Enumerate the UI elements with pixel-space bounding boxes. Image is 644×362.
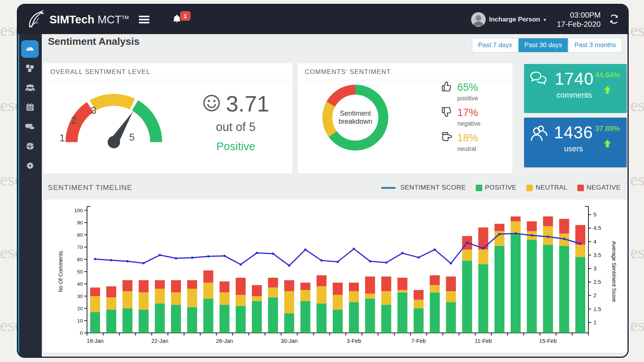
cubes-icon <box>25 63 35 74</box>
thumb-up-icon <box>440 80 453 95</box>
svg-text:100: 100 <box>74 208 83 213</box>
svg-text:30: 30 <box>77 293 83 299</box>
watermark-text: ese <box>630 315 644 335</box>
sidebar <box>18 34 42 358</box>
page-title: Sentiment Analysis <box>48 36 140 48</box>
timeline-chart: 010203040506070809010018-Jan22-Jan26-Jan… <box>47 203 624 350</box>
svg-text:2.5: 2.5 <box>593 279 601 285</box>
gauge-needle <box>105 108 138 151</box>
arrow-up-icon <box>603 85 611 96</box>
sidebar-item-modules[interactable] <box>21 60 39 77</box>
svg-text:4.5: 4.5 <box>593 225 601 231</box>
chevron-down-icon: ▾ <box>544 17 546 23</box>
app-window: MCT SIMTech MCTTM 1 <box>17 4 629 358</box>
comments-legend: 65% positive <box>440 80 481 156</box>
gauge-label-1: 1 <box>59 132 65 144</box>
svg-text:90: 90 <box>77 220 83 226</box>
sidebar-item-calendar[interactable] <box>21 99 39 116</box>
negative-label: negative <box>457 120 481 127</box>
svg-text:10: 10 <box>77 318 83 324</box>
legend-positive-item: POSITIVE <box>476 184 516 192</box>
legend-negative: 17% negative <box>440 105 481 127</box>
svg-text:MCT: MCT <box>33 22 38 24</box>
comments-delta: 44.64% <box>595 71 620 79</box>
sidebar-item-web[interactable] <box>21 138 39 156</box>
globe-icon <box>25 141 35 152</box>
dashboard-gauge-icon <box>25 44 35 54</box>
comments-sentiment-card: COMMENTS' SENTIMENT Sentiment breakdown <box>298 63 513 174</box>
svg-text:No Of Comments: No Of Comments <box>58 251 64 292</box>
arrow-up-icon <box>603 139 611 149</box>
positive-swatch <box>476 185 482 191</box>
thumb-side-icon <box>440 131 453 145</box>
svg-text:4: 4 <box>593 239 596 245</box>
gauge-label-2: 2 <box>71 115 76 126</box>
watermark-text: ese <box>630 242 644 262</box>
users-group-icon <box>25 83 35 93</box>
brand-title: SIMTech MCTTM <box>49 13 129 26</box>
brand-tm: TM <box>122 15 129 20</box>
menu-button[interactable] <box>139 16 150 23</box>
svg-text:5: 5 <box>593 211 596 218</box>
users-stat-card: 1436 users 37.89% <box>524 118 627 167</box>
sidebar-item-chat[interactable] <box>21 118 39 136</box>
refresh-icon <box>608 20 620 26</box>
overall-score-verdict: Positive <box>186 140 286 153</box>
users-delta: 37.89% <box>595 124 620 133</box>
comments-label: comments <box>555 91 594 100</box>
svg-text:7-Feb: 7-Feb <box>411 338 426 344</box>
calendar-icon <box>25 102 35 113</box>
timeline-header: SENTIMENT TIMELINE SENTIMENT SCORE POSIT… <box>48 183 621 192</box>
svg-text:1: 1 <box>593 319 596 326</box>
timeline-chart-card: 010203040506070809010018-Jan22-Jan26-Jan… <box>43 200 628 353</box>
range-past-30-days[interactable]: Past 30 days <box>518 38 568 52</box>
positive-pct: 65% <box>457 82 478 93</box>
range-past-7-days[interactable]: Past 7 days <box>472 38 518 52</box>
watermark-text: ese <box>630 169 644 190</box>
donut-center-line1: Sentiment <box>340 110 371 118</box>
donut-center-label: Sentiment breakdown <box>332 95 378 141</box>
score-line-swatch <box>381 187 396 189</box>
negative-pct: 17% <box>457 107 478 119</box>
negative-legend-label: NEGATIVE <box>586 184 621 192</box>
notifications-button[interactable]: 1 <box>172 13 182 26</box>
overall-score-outof: out of 5 <box>186 120 286 134</box>
comments-count: 1740 <box>555 69 594 88</box>
svg-text:1.5: 1.5 <box>593 306 601 312</box>
clock: 03:00PM 17-Feb-2020 <box>557 10 601 29</box>
range-past-3-months[interactable]: Past 3 months <box>568 38 622 52</box>
sidebar-item-settings[interactable] <box>21 157 39 175</box>
overall-score-block: 3.71 out of 5 Positive <box>186 91 286 153</box>
neutral-swatch <box>526 185 533 191</box>
overall-sentiment-card: OVERALL SENTIMENT LEVEL 1 2 3 5 <box>43 63 292 174</box>
refresh-button[interactable] <box>608 13 620 26</box>
comments-stat-card: 1740 comments 44.64% <box>524 64 627 113</box>
neutral-label: neutral <box>457 146 481 152</box>
sentiment-gauge: 1 2 3 5 <box>56 87 175 160</box>
time-text: 03:00PM <box>557 10 601 20</box>
date-range-group: Past 7 days Past 30 days Past 3 months <box>472 38 622 52</box>
user-menu[interactable]: Incharge Person ▾ <box>471 12 546 27</box>
watermark-text: ese <box>630 95 644 115</box>
comments-bubbles-icon <box>529 71 549 109</box>
app-header: MCT SIMTech MCTTM 1 <box>18 5 628 34</box>
users-count: 1436 <box>554 123 593 142</box>
legend-negative-item: NEGATIVE <box>577 184 621 192</box>
svg-text:11-Feb: 11-Feb <box>475 338 492 344</box>
timeline-title: SENTIMENT TIMELINE <box>48 183 132 192</box>
brand-light: MCT <box>97 13 122 26</box>
negative-swatch <box>577 185 584 191</box>
sidebar-item-users[interactable] <box>21 79 39 97</box>
svg-text:80: 80 <box>77 232 83 238</box>
sentiment-donut-chart: Sentiment breakdown <box>322 85 388 151</box>
watermark-text: ese <box>630 20 644 40</box>
svg-text:3: 3 <box>593 265 596 272</box>
neutral-legend-label: NEUTRAL <box>536 184 567 192</box>
simtech-logo-icon: MCT <box>26 9 46 30</box>
svg-text:0: 0 <box>80 330 83 336</box>
user-name: Incharge Person <box>489 16 540 23</box>
svg-text:18-Jan: 18-Jan <box>87 338 104 344</box>
positive-legend-label: POSITIVE <box>485 184 516 192</box>
sidebar-item-dashboard[interactable] <box>21 40 39 58</box>
svg-text:20: 20 <box>77 306 83 311</box>
